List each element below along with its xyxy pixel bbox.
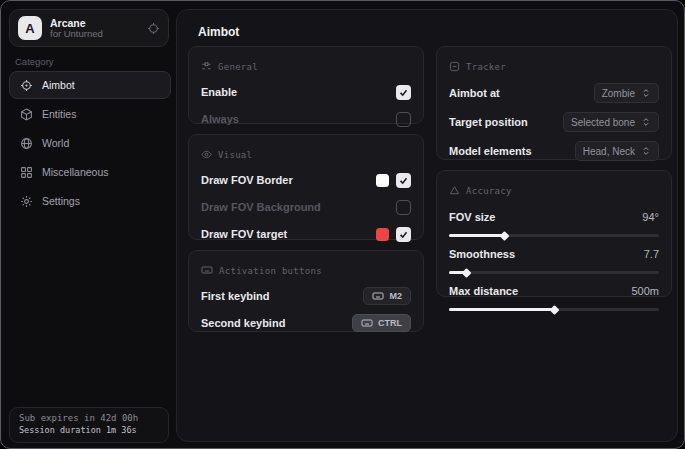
max-distance-slider[interactable] bbox=[449, 308, 659, 311]
dropdown-value: Selected bone bbox=[571, 117, 635, 128]
brand-subtitle: for Unturned bbox=[50, 29, 147, 40]
setting-row-second-keybind: Second keybind CTRL bbox=[201, 312, 411, 334]
enable-checkbox[interactable] bbox=[396, 85, 411, 100]
setting-row-enable: Enable bbox=[201, 81, 411, 103]
panel-header-label: Activation buttons bbox=[219, 266, 322, 276]
second-keybind-button[interactable]: CTRL bbox=[352, 314, 411, 332]
slider-group-max-distance: Max distance 500m bbox=[449, 283, 659, 311]
sidebar-item-label: Entities bbox=[42, 108, 76, 120]
brand-name: Arcane bbox=[50, 17, 147, 29]
category-label: Category bbox=[15, 56, 54, 67]
grid-icon bbox=[20, 166, 33, 179]
setting-row-fov-target: Draw FOV target bbox=[201, 223, 411, 245]
main-content: Aimbot General Enable bbox=[176, 9, 678, 442]
slider-row: FOV size 94° bbox=[449, 209, 659, 225]
target-position-dropdown[interactable]: Selected bone bbox=[563, 112, 659, 132]
model-elements-dropdown[interactable]: Head, Neck bbox=[575, 141, 659, 161]
brand-card: A Arcane for Unturned bbox=[9, 9, 169, 47]
panel-tracker: Tracker Aimbot at Zombie Target position… bbox=[436, 46, 672, 160]
slider-fill bbox=[449, 271, 466, 274]
eye-icon bbox=[201, 146, 212, 164]
brand-text: Arcane for Unturned bbox=[50, 17, 147, 40]
unfold-icon bbox=[641, 88, 651, 98]
crosshair-icon bbox=[20, 79, 33, 92]
box-minus-icon bbox=[449, 58, 460, 76]
sidebar-item-world[interactable]: World bbox=[9, 129, 171, 157]
keyboard-icon bbox=[372, 290, 384, 302]
setting-label: Target position bbox=[449, 116, 528, 128]
panel-general-header: General bbox=[201, 58, 411, 76]
setting-row-always: Always bbox=[201, 108, 411, 130]
panel-activation-header: Activation buttons bbox=[201, 262, 411, 280]
sub-expiry-text: Sub expires in 42d 00h bbox=[19, 413, 159, 425]
subscription-card: Sub expires in 42d 00h Session duration … bbox=[9, 407, 169, 443]
dropdown-value: Head, Neck bbox=[583, 146, 635, 157]
slider-value: 500m bbox=[631, 285, 659, 297]
brand-avatar: A bbox=[18, 16, 42, 40]
setting-label: Second keybind bbox=[201, 317, 285, 329]
fov-target-checkbox[interactable] bbox=[396, 227, 411, 242]
setting-label: Draw FOV target bbox=[201, 228, 287, 240]
smoothness-slider[interactable] bbox=[449, 271, 659, 274]
setting-row-aimbot-at: Aimbot at Zombie bbox=[449, 81, 659, 105]
setting-label: First keybind bbox=[201, 290, 269, 302]
app-window: A Arcane for Unturned Category Aimbot bbox=[0, 0, 685, 449]
slider-fill bbox=[449, 234, 504, 237]
setting-row-model-elements: Model elements Head, Neck bbox=[449, 139, 659, 163]
globe-icon bbox=[20, 137, 33, 150]
controls bbox=[376, 227, 411, 242]
panel-header-label: Tracker bbox=[466, 62, 506, 72]
slider-group-fov-size: FOV size 94° bbox=[449, 209, 659, 237]
sidebar-item-label: Settings bbox=[42, 195, 80, 207]
panel-visual-header: Visual bbox=[201, 146, 411, 164]
sidebar-item-settings[interactable]: Settings bbox=[9, 187, 171, 215]
setting-row-fov-border: Draw FOV Border bbox=[201, 169, 411, 191]
slider-thumb[interactable] bbox=[550, 305, 560, 315]
fov-background-checkbox[interactable] bbox=[396, 200, 411, 215]
first-keybind-button[interactable]: M2 bbox=[363, 287, 411, 305]
setting-label: Model elements bbox=[449, 145, 532, 157]
always-checkbox[interactable] bbox=[396, 112, 411, 127]
setting-label: Enable bbox=[201, 86, 237, 98]
slider-value: 7.7 bbox=[644, 248, 659, 260]
crosshair-icon[interactable] bbox=[147, 22, 160, 35]
panel-accuracy: Accuracy FOV size 94° Smoothne bbox=[436, 170, 672, 297]
fov-size-slider[interactable] bbox=[449, 234, 659, 237]
panel-tracker-header: Tracker bbox=[449, 58, 659, 76]
controls bbox=[376, 173, 411, 188]
color-swatch-white[interactable] bbox=[376, 174, 389, 187]
slider-thumb[interactable] bbox=[461, 268, 471, 278]
panel-activation: Activation buttons First keybind M2 Seco… bbox=[188, 250, 424, 332]
triangle-icon bbox=[449, 182, 460, 200]
setting-label: Draw FOV Background bbox=[201, 201, 321, 213]
unfold-icon bbox=[641, 117, 651, 127]
slider-group-smoothness: Smoothness 7.7 bbox=[449, 246, 659, 274]
sidebar-item-miscellaneous[interactable]: Miscellaneous bbox=[9, 158, 171, 186]
session-duration-text: Session duration 1m 36s bbox=[19, 425, 159, 436]
setting-label: Aimbot at bbox=[449, 87, 500, 99]
sidebar-item-aimbot[interactable]: Aimbot bbox=[9, 71, 171, 99]
setting-label: Draw FOV Border bbox=[201, 174, 293, 186]
unfold-icon bbox=[641, 146, 651, 156]
panel-visual: Visual Draw FOV Border Draw FOV Backgrou… bbox=[188, 134, 424, 240]
keyboard-icon bbox=[361, 317, 373, 329]
color-swatch-red[interactable] bbox=[376, 228, 389, 241]
aimbot-at-dropdown[interactable]: Zombie bbox=[594, 83, 659, 103]
panel-general: General Enable Always bbox=[188, 46, 424, 124]
sidebar-item-entities[interactable]: Entities bbox=[9, 100, 171, 128]
slider-row: Smoothness 7.7 bbox=[449, 246, 659, 262]
slider-value: 94° bbox=[642, 211, 659, 223]
left-column: General Enable Always bbox=[188, 46, 424, 342]
panel-header-label: Visual bbox=[218, 150, 252, 160]
setting-row-first-keybind: First keybind M2 bbox=[201, 285, 411, 307]
sidebar-nav: Aimbot Entities World bbox=[9, 71, 171, 216]
sliders-icon bbox=[201, 58, 212, 76]
sidebar-item-label: World bbox=[42, 137, 69, 149]
sidebar-item-label: Aimbot bbox=[42, 79, 75, 91]
setting-row-fov-background: Draw FOV Background bbox=[201, 196, 411, 218]
panel-header-label: Accuracy bbox=[466, 186, 512, 196]
sidebar: A Arcane for Unturned Category Aimbot bbox=[1, 1, 176, 448]
fov-border-checkbox[interactable] bbox=[396, 173, 411, 188]
setting-row-target-position: Target position Selected bone bbox=[449, 110, 659, 134]
slider-thumb[interactable] bbox=[499, 231, 509, 241]
